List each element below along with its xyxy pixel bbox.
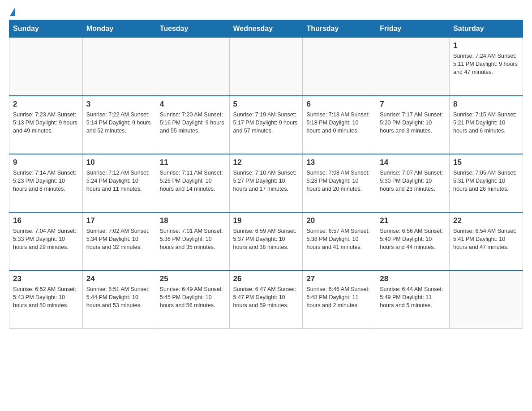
calendar-cell: 26Sunrise: 6:47 AM Sunset: 5:47 PM Dayli… xyxy=(229,270,303,329)
day-number: 25 xyxy=(160,274,226,283)
day-number: 13 xyxy=(306,158,372,167)
day-info: Sunrise: 6:54 AM Sunset: 5:41 PM Dayligh… xyxy=(453,227,519,251)
calendar-cell: 17Sunrise: 7:02 AM Sunset: 5:34 PM Dayli… xyxy=(82,212,156,270)
day-info: Sunrise: 7:17 AM Sunset: 5:20 PM Dayligh… xyxy=(380,111,446,135)
day-info: Sunrise: 6:56 AM Sunset: 5:40 PM Dayligh… xyxy=(380,227,446,251)
calendar-cell: 16Sunrise: 7:04 AM Sunset: 5:33 PM Dayli… xyxy=(9,212,83,270)
day-number: 18 xyxy=(160,216,226,225)
day-info: Sunrise: 7:12 AM Sunset: 5:24 PM Dayligh… xyxy=(86,169,152,193)
calendar-cell: 28Sunrise: 6:44 AM Sunset: 5:49 PM Dayli… xyxy=(376,270,450,329)
column-header-tuesday: Tuesday xyxy=(156,20,229,38)
day-number: 28 xyxy=(380,274,446,283)
column-header-monday: Monday xyxy=(82,20,156,38)
day-info: Sunrise: 7:14 AM Sunset: 5:23 PM Dayligh… xyxy=(13,169,79,193)
calendar-cell: 4Sunrise: 7:20 AM Sunset: 5:16 PM Daylig… xyxy=(156,96,229,154)
calendar-table: SundayMondayTuesdayWednesdayThursdayFrid… xyxy=(9,20,523,329)
calendar-cell: 10Sunrise: 7:12 AM Sunset: 5:24 PM Dayli… xyxy=(82,154,156,212)
day-number: 2 xyxy=(13,100,79,109)
day-number: 21 xyxy=(380,216,446,225)
calendar-cell: 6Sunrise: 7:18 AM Sunset: 5:18 PM Daylig… xyxy=(303,96,376,154)
calendar-cell xyxy=(229,38,303,96)
day-number: 6 xyxy=(306,100,372,109)
day-number: 7 xyxy=(380,100,446,109)
calendar-cell: 15Sunrise: 7:05 AM Sunset: 5:31 PM Dayli… xyxy=(450,154,523,212)
logo xyxy=(9,9,15,15)
day-info: Sunrise: 6:44 AM Sunset: 5:49 PM Dayligh… xyxy=(380,285,446,309)
day-info: Sunrise: 7:19 AM Sunset: 5:17 PM Dayligh… xyxy=(233,111,299,135)
day-number: 11 xyxy=(160,158,226,167)
day-info: Sunrise: 7:18 AM Sunset: 5:18 PM Dayligh… xyxy=(306,111,372,135)
calendar-week-row: 23Sunrise: 6:52 AM Sunset: 5:43 PM Dayli… xyxy=(9,270,523,329)
calendar-cell: 14Sunrise: 7:07 AM Sunset: 5:30 PM Dayli… xyxy=(376,154,450,212)
day-info: Sunrise: 6:59 AM Sunset: 5:37 PM Dayligh… xyxy=(233,227,299,251)
calendar-cell: 2Sunrise: 7:23 AM Sunset: 5:13 PM Daylig… xyxy=(9,96,83,154)
day-number: 1 xyxy=(453,41,519,50)
calendar-cell: 5Sunrise: 7:19 AM Sunset: 5:17 PM Daylig… xyxy=(229,96,303,154)
day-info: Sunrise: 7:20 AM Sunset: 5:16 PM Dayligh… xyxy=(160,111,226,135)
day-info: Sunrise: 6:57 AM Sunset: 5:38 PM Dayligh… xyxy=(306,227,372,251)
day-number: 9 xyxy=(13,158,79,167)
calendar-cell: 3Sunrise: 7:22 AM Sunset: 5:14 PM Daylig… xyxy=(82,96,156,154)
calendar-week-row: 1Sunrise: 7:24 AM Sunset: 5:11 PM Daylig… xyxy=(9,38,523,96)
day-info: Sunrise: 7:04 AM Sunset: 5:33 PM Dayligh… xyxy=(13,227,79,251)
calendar-cell: 24Sunrise: 6:51 AM Sunset: 5:44 PM Dayli… xyxy=(82,270,156,329)
calendar-cell: 20Sunrise: 6:57 AM Sunset: 5:38 PM Dayli… xyxy=(303,212,376,270)
day-number: 19 xyxy=(233,216,299,225)
calendar-week-row: 9Sunrise: 7:14 AM Sunset: 5:23 PM Daylig… xyxy=(9,154,523,212)
day-info: Sunrise: 6:52 AM Sunset: 5:43 PM Dayligh… xyxy=(13,285,79,309)
calendar-cell: 13Sunrise: 7:08 AM Sunset: 5:28 PM Dayli… xyxy=(303,154,376,212)
calendar-cell: 12Sunrise: 7:10 AM Sunset: 5:27 PM Dayli… xyxy=(229,154,303,212)
calendar-cell: 18Sunrise: 7:01 AM Sunset: 5:36 PM Dayli… xyxy=(156,212,229,270)
day-info: Sunrise: 6:46 AM Sunset: 5:48 PM Dayligh… xyxy=(306,285,372,309)
calendar-cell xyxy=(9,38,83,96)
day-number: 16 xyxy=(13,216,79,225)
calendar-cell xyxy=(450,270,523,329)
day-info: Sunrise: 7:15 AM Sunset: 5:21 PM Dayligh… xyxy=(453,111,519,135)
page-header xyxy=(9,9,523,15)
calendar-cell: 19Sunrise: 6:59 AM Sunset: 5:37 PM Dayli… xyxy=(229,212,303,270)
calendar-cell: 25Sunrise: 6:49 AM Sunset: 5:45 PM Dayli… xyxy=(156,270,229,329)
day-info: Sunrise: 6:51 AM Sunset: 5:44 PM Dayligh… xyxy=(86,285,152,309)
day-number: 23 xyxy=(13,274,79,283)
calendar-cell: 22Sunrise: 6:54 AM Sunset: 5:41 PM Dayli… xyxy=(450,212,523,270)
day-info: Sunrise: 7:07 AM Sunset: 5:30 PM Dayligh… xyxy=(380,169,446,193)
calendar-cell xyxy=(156,38,229,96)
day-number: 10 xyxy=(86,158,152,167)
logo-triangle-icon xyxy=(10,7,15,16)
day-info: Sunrise: 7:23 AM Sunset: 5:13 PM Dayligh… xyxy=(13,111,79,135)
day-number: 15 xyxy=(453,158,519,167)
day-number: 5 xyxy=(233,100,299,109)
calendar-cell: 21Sunrise: 6:56 AM Sunset: 5:40 PM Dayli… xyxy=(376,212,450,270)
day-number: 20 xyxy=(306,216,372,225)
day-number: 22 xyxy=(453,216,519,225)
day-info: Sunrise: 7:24 AM Sunset: 5:11 PM Dayligh… xyxy=(453,52,519,76)
calendar-cell: 23Sunrise: 6:52 AM Sunset: 5:43 PM Dayli… xyxy=(9,270,83,329)
day-number: 17 xyxy=(86,216,152,225)
calendar-cell xyxy=(82,38,156,96)
column-header-thursday: Thursday xyxy=(303,20,376,38)
day-number: 4 xyxy=(160,100,226,109)
column-header-saturday: Saturday xyxy=(450,20,523,38)
calendar-cell xyxy=(376,38,450,96)
calendar-cell: 1Sunrise: 7:24 AM Sunset: 5:11 PM Daylig… xyxy=(450,38,523,96)
day-info: Sunrise: 7:01 AM Sunset: 5:36 PM Dayligh… xyxy=(160,227,226,251)
day-info: Sunrise: 6:47 AM Sunset: 5:47 PM Dayligh… xyxy=(233,285,299,309)
day-number: 12 xyxy=(233,158,299,167)
calendar-cell: 27Sunrise: 6:46 AM Sunset: 5:48 PM Dayli… xyxy=(303,270,376,329)
day-info: Sunrise: 7:02 AM Sunset: 5:34 PM Dayligh… xyxy=(86,227,152,251)
calendar-cell: 7Sunrise: 7:17 AM Sunset: 5:20 PM Daylig… xyxy=(376,96,450,154)
calendar-cell xyxy=(303,38,376,96)
day-number: 27 xyxy=(306,274,372,283)
day-number: 26 xyxy=(233,274,299,283)
column-header-wednesday: Wednesday xyxy=(229,20,303,38)
column-header-sunday: Sunday xyxy=(9,20,83,38)
day-number: 3 xyxy=(86,100,152,109)
day-info: Sunrise: 7:22 AM Sunset: 5:14 PM Dayligh… xyxy=(86,111,152,135)
day-info: Sunrise: 7:08 AM Sunset: 5:28 PM Dayligh… xyxy=(306,169,372,193)
calendar-cell: 11Sunrise: 7:11 AM Sunset: 5:26 PM Dayli… xyxy=(156,154,229,212)
day-number: 24 xyxy=(86,274,152,283)
day-number: 8 xyxy=(453,100,519,109)
day-info: Sunrise: 7:05 AM Sunset: 5:31 PM Dayligh… xyxy=(453,169,519,193)
calendar-cell: 9Sunrise: 7:14 AM Sunset: 5:23 PM Daylig… xyxy=(9,154,83,212)
day-info: Sunrise: 7:10 AM Sunset: 5:27 PM Dayligh… xyxy=(233,169,299,193)
